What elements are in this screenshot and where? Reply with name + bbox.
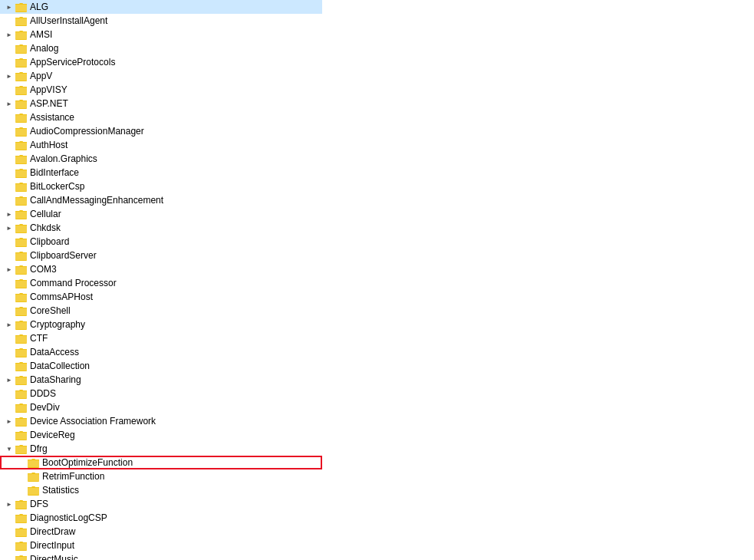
tree-item-appv[interactable]: AppV xyxy=(0,69,322,83)
tree-expander[interactable] xyxy=(3,415,15,427)
svg-rect-71 xyxy=(28,488,39,495)
tree-expander[interactable] xyxy=(3,1,15,13)
tree-item-diagnosticlogcsp[interactable]: DiagnosticLogCSP xyxy=(0,511,322,525)
tree-item-bitlockercsp[interactable]: BitLockerCsp xyxy=(0,180,322,193)
tree-item-commsaphost[interactable]: CommsAPHost xyxy=(0,290,322,304)
folder-icon xyxy=(15,1,28,13)
tree-item-coreshell[interactable]: CoreShell xyxy=(0,304,322,318)
svg-rect-33 xyxy=(15,226,27,232)
tree-expander[interactable] xyxy=(3,443,15,455)
tree-item-clipboardserver[interactable]: ClipboardServer xyxy=(0,249,322,262)
svg-rect-73 xyxy=(15,502,27,509)
tree-item-datasharing[interactable]: DataSharing xyxy=(0,373,322,387)
tree-item-label: ASP.NET xyxy=(30,97,68,110)
tree-item-ddds[interactable]: DDDS xyxy=(0,387,322,400)
tree-item-clipboard[interactable]: Clipboard xyxy=(0,235,322,249)
tree-expander xyxy=(3,56,15,68)
tree-item-chkdsk[interactable]: Chkdsk xyxy=(0,221,322,235)
tree-item-label: DirectInput xyxy=(30,539,74,552)
tree-expander xyxy=(3,15,15,27)
tree-item-com3[interactable]: COM3 xyxy=(0,262,322,276)
tree-item-appserviceprotocols[interactable]: AppServiceProtocols xyxy=(0,55,322,69)
tree-item-cryptography[interactable]: Cryptography xyxy=(0,318,322,331)
svg-rect-61 xyxy=(15,419,27,426)
tree-item-cellular[interactable]: Cellular xyxy=(0,207,322,221)
tree-item-label: CallAndMessagingEnhancement xyxy=(30,193,163,207)
tree-item-authhost[interactable]: AuthHost xyxy=(0,138,322,152)
tree-expander xyxy=(3,111,15,124)
tree-item-amsi[interactable]: AMSI xyxy=(0,28,322,41)
tree-expander xyxy=(3,42,15,54)
folder-icon xyxy=(15,56,28,68)
tree-expander xyxy=(15,484,28,496)
tree-expander[interactable] xyxy=(3,263,15,275)
tree-item-dfs[interactable]: DFS xyxy=(0,497,322,511)
tree-item-avalongraphics[interactable]: Avalon.Graphics xyxy=(0,152,322,166)
tree-item-callandmessagingenhancement[interactable]: CallAndMessagingEnhancement xyxy=(0,193,322,207)
svg-rect-31 xyxy=(15,212,27,219)
tree-item-bidinterface[interactable]: BidInterface xyxy=(0,166,322,180)
tree-expander xyxy=(15,456,28,469)
tree-expander[interactable] xyxy=(3,208,15,220)
tree-item-directmusic[interactable]: DirectMusic xyxy=(0,552,322,560)
tree-expander xyxy=(3,166,15,179)
tree-item-devdiv[interactable]: DevDiv xyxy=(0,400,322,414)
folder-icon xyxy=(15,360,28,372)
tree-expander[interactable] xyxy=(3,97,15,110)
folder-icon xyxy=(15,291,28,303)
folder-icon xyxy=(15,97,28,110)
tree-item-alluserinstallagent[interactable]: AllUserInstallAgent xyxy=(0,14,322,28)
tree-expander xyxy=(3,401,15,413)
folder-icon xyxy=(15,346,28,358)
tree-item-alg[interactable]: ALG xyxy=(0,0,322,14)
svg-rect-41 xyxy=(15,281,27,288)
tree-expander[interactable] xyxy=(3,318,15,331)
tree-item-label: AudioCompressionManager xyxy=(30,124,144,138)
tree-item-deviceassociationframework[interactable]: Device Association Framework xyxy=(0,414,322,428)
tree-item-directinput[interactable]: DirectInput xyxy=(0,539,322,552)
tree-expander xyxy=(3,305,15,317)
folder-icon xyxy=(15,153,28,165)
tree-item-appvisy[interactable]: AppVISY xyxy=(0,83,322,97)
tree-item-assistance[interactable]: Assistance xyxy=(0,110,322,124)
svg-rect-9 xyxy=(15,60,27,67)
tree-item-dataaccess[interactable]: DataAccess xyxy=(0,345,322,359)
folder-icon xyxy=(15,429,28,441)
tree-item-analog[interactable]: Analog xyxy=(0,41,322,55)
tree-item-devicereg[interactable]: DeviceReg xyxy=(0,428,322,442)
svg-rect-81 xyxy=(15,557,27,560)
tree-item-label: BidInterface xyxy=(30,166,79,180)
tree-item-retrimfunction[interactable]: RetrimFunction xyxy=(0,469,322,483)
folder-icon xyxy=(15,539,28,552)
tree-expander[interactable] xyxy=(3,374,15,386)
svg-rect-51 xyxy=(15,350,27,357)
folder-icon xyxy=(15,277,28,289)
svg-rect-5 xyxy=(15,32,27,39)
tree-expander xyxy=(15,470,28,483)
svg-rect-77 xyxy=(15,529,27,536)
tree-item-audiocompressionmanager[interactable]: AudioCompressionManager xyxy=(0,124,322,138)
tree-expander[interactable] xyxy=(3,498,15,510)
tree-item-directdraw[interactable]: DirectDraw xyxy=(0,525,322,539)
tree-item-ctf[interactable]: CTF xyxy=(0,331,322,345)
tree-item-statistics[interactable]: Statistics xyxy=(0,483,322,497)
tree-expander xyxy=(3,539,15,552)
tree-item-label: Command Processor xyxy=(30,276,117,290)
tree-item-dfrg[interactable]: Dfrg xyxy=(0,442,322,456)
tree-expander[interactable] xyxy=(3,28,15,41)
svg-rect-35 xyxy=(15,239,27,246)
folder-icon xyxy=(15,125,28,137)
tree-expander[interactable] xyxy=(3,70,15,82)
tree-expander xyxy=(3,249,15,262)
svg-rect-43 xyxy=(15,295,27,301)
tree-item-label: Assistance xyxy=(30,110,74,124)
tree-item-aspnet[interactable]: ASP.NET xyxy=(0,97,322,110)
tree-item-datacollection[interactable]: DataCollection xyxy=(0,359,322,373)
tree-item-commandprocessor[interactable]: Command Processor xyxy=(0,276,322,290)
folder-icon xyxy=(15,553,28,560)
registry-tree[interactable]: ALG AllUserInstallAgent AMSI Analog AppS… xyxy=(0,0,322,560)
svg-rect-69 xyxy=(28,474,39,481)
tree-expander[interactable] xyxy=(3,222,15,234)
tree-item-bootoptimizefunction[interactable]: BootOptimizeFunction xyxy=(0,456,322,469)
folder-icon xyxy=(15,222,28,234)
